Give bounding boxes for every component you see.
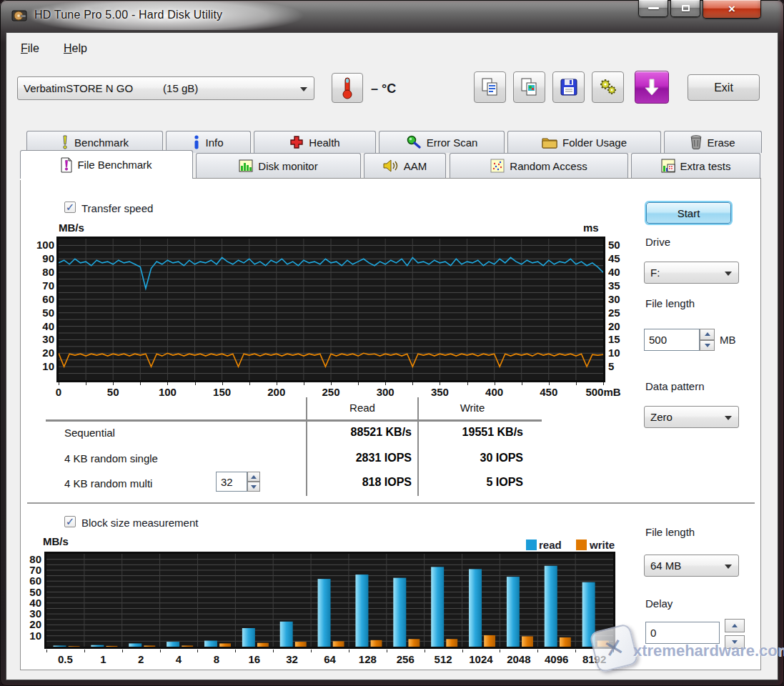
exit-button[interactable]: Exit (688, 74, 760, 101)
axis-tick-label: 4 (176, 653, 182, 665)
tab-file-benchmark[interactable]: File Benchmark (20, 150, 193, 179)
copy-text-button[interactable] (474, 71, 506, 103)
spin-up-button[interactable] (700, 329, 715, 340)
info-icon (193, 135, 200, 149)
file-length-input[interactable]: 500 (644, 329, 700, 351)
bar-chart-icon (239, 159, 253, 172)
axis-tick (331, 382, 332, 385)
axis-tick-label: 2 (138, 653, 144, 665)
axis-tick-label: 10 (608, 347, 637, 359)
close-button[interactable]: × (703, 0, 761, 19)
axis-tick-label: 80 (16, 553, 41, 566)
copy-image-button[interactable] (513, 71, 545, 103)
chevron-down-icon (300, 87, 307, 91)
window-title: HD Tune Pro 5.00 - Hard Disk Utility (34, 9, 222, 21)
menu-help[interactable]: Help (59, 40, 91, 57)
minimize-button[interactable] (638, 0, 668, 17)
drive-label: Drive (645, 236, 670, 248)
file-length2-value: 64 MB (650, 560, 681, 572)
axis-tick-label: 400 (485, 386, 503, 398)
tab-folder-usage[interactable]: Folder Usage (507, 131, 661, 153)
delay-label: Delay (645, 597, 673, 610)
health-cross-icon (289, 135, 304, 149)
queue-depth-input[interactable]: 32 (216, 472, 247, 492)
chart2-y-axis: 1020304050607080 (16, 554, 41, 647)
axis-tick (467, 382, 468, 385)
file-length2-combo[interactable]: 64 MB (644, 555, 739, 577)
title-bar[interactable]: HD Tune Pro 5.00 - Hard Disk Utility × (0, 0, 784, 32)
axis-tick-label: 512 (435, 653, 452, 665)
minimize-icon (648, 7, 659, 9)
axis-tick-label: 20 (21, 347, 54, 359)
axis-tick (140, 382, 141, 385)
drive-select-combo[interactable]: VerbatimSTORE N GO (15 gB) (17, 76, 314, 100)
down-arrow-icon (251, 485, 257, 489)
start-button[interactable]: Start (646, 202, 731, 224)
capture-button[interactable] (635, 71, 669, 104)
drive-combo[interactable]: F: (644, 262, 739, 284)
axis-tick (412, 382, 413, 385)
menu-file[interactable]: File (16, 40, 44, 57)
chevron-down-icon (725, 416, 732, 420)
tab-label: Erase (707, 136, 735, 149)
axis-tick-label: 10 (21, 360, 54, 373)
axis-tick (537, 650, 538, 652)
tab-aam[interactable]: AAM (364, 153, 446, 178)
down-arrow-icon (705, 344, 710, 347)
axis-tick (222, 382, 223, 385)
axis-tick (235, 650, 236, 652)
queue-depth-value: 32 (221, 476, 233, 488)
temperature-button[interactable] (332, 73, 363, 103)
scatter-page-icon (490, 159, 505, 173)
axis-tick-label: 100 (21, 239, 54, 252)
magnifier-icon (406, 135, 422, 149)
spin-down-button[interactable] (700, 340, 715, 352)
exit-label: Exit (714, 81, 733, 94)
tab-random-access[interactable]: Random Access (450, 153, 628, 178)
maximize-button[interactable] (670, 0, 700, 17)
axis-tick-label: 0.5 (58, 653, 73, 665)
options-button[interactable] (592, 71, 624, 103)
chevron-down-icon (725, 272, 732, 276)
tab-disk-monitor[interactable]: Disk monitor (196, 153, 361, 178)
random-multi-write-value: 5 IOPS (419, 476, 523, 489)
app-icon (11, 9, 29, 26)
folder-icon (542, 136, 557, 149)
axis-tick-label: 50 (608, 239, 637, 252)
delay-spin-up-button[interactable] (725, 619, 745, 632)
page-exclamation-icon (61, 157, 72, 173)
row-label-random-multi: 4 KB random multi (64, 477, 152, 489)
data-pattern-combo[interactable]: Zero (644, 406, 739, 428)
table-divider-horizontal (46, 419, 542, 422)
axis-tick-label: 8192 (582, 653, 606, 665)
tab-extra-tests[interactable]: Extra tests (631, 153, 760, 178)
delay-input[interactable]: 0 (645, 622, 720, 644)
sequential-write-value: 19551 KB/s (419, 426, 523, 439)
data-pattern-label: Data pattern (645, 380, 705, 392)
block-size-checkbox[interactable]: ✓ (64, 516, 76, 527)
tab-label: Disk monitor (258, 160, 317, 172)
axis-tick-label: 8 (214, 653, 219, 665)
transfer-speed-label: Transfer speed (81, 202, 153, 214)
tab-error-scan[interactable]: Error Scan (379, 131, 505, 153)
check-icon: ✓ (66, 202, 75, 212)
transfer-speed-chart (56, 237, 605, 382)
delay-spin-down-button[interactable] (725, 635, 745, 649)
axis-tick (425, 650, 425, 652)
save-button[interactable] (552, 71, 585, 103)
tab-health[interactable]: Health (254, 131, 376, 153)
spin-down-button[interactable] (247, 482, 260, 492)
queue-depth-spinner (247, 472, 260, 492)
axis-tick (613, 650, 614, 652)
file-length-label: File length (645, 297, 695, 309)
axis-tick (59, 382, 59, 385)
gears-icon (598, 77, 618, 97)
transfer-speed-checkbox[interactable]: ✓ (64, 202, 76, 213)
axis-tick-label: 30 (608, 293, 637, 306)
tab-label: Info (205, 136, 223, 149)
axis-tick-label: 25 (608, 307, 637, 319)
floppy-disk-icon (560, 78, 578, 96)
spin-up-button[interactable] (247, 472, 260, 482)
axis-tick-label: 90 (21, 252, 54, 265)
tab-erase[interactable]: Erase (664, 131, 762, 153)
